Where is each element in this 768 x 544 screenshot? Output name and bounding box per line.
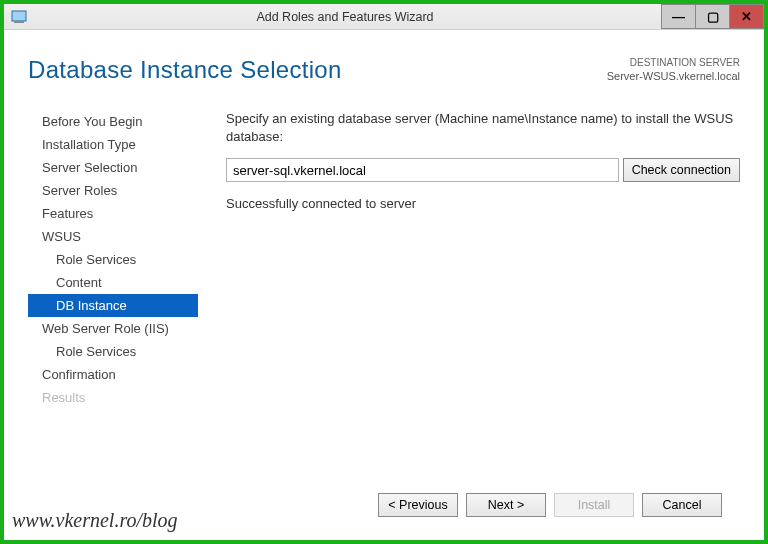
nav-wsus-db-instance[interactable]: DB Instance bbox=[28, 294, 198, 317]
close-button[interactable]: ✕ bbox=[729, 4, 764, 29]
nav-wsus[interactable]: WSUS bbox=[28, 225, 198, 248]
next-button[interactable]: Next > bbox=[466, 493, 546, 517]
content-area: Database Instance Selection DESTINATION … bbox=[4, 30, 764, 540]
window-controls: — ▢ ✕ bbox=[662, 4, 764, 29]
nav-iis-role-services[interactable]: Role Services bbox=[28, 340, 198, 363]
destination-value: Server-WSUS.vkernel.local bbox=[607, 69, 740, 83]
nav-web-server-role[interactable]: Web Server Role (IIS) bbox=[28, 317, 198, 340]
nav-installation-type[interactable]: Installation Type bbox=[28, 133, 198, 156]
watermark-text: www.vkernel.ro/blog bbox=[12, 509, 178, 532]
body-row: Before You Begin Installation Type Serve… bbox=[28, 110, 740, 480]
nav-wsus-content[interactable]: Content bbox=[28, 271, 198, 294]
minimize-button[interactable]: — bbox=[661, 4, 696, 29]
svg-rect-0 bbox=[12, 11, 26, 21]
nav-confirmation[interactable]: Confirmation bbox=[28, 363, 198, 386]
check-connection-button[interactable]: Check connection bbox=[623, 158, 740, 182]
nav-server-selection[interactable]: Server Selection bbox=[28, 156, 198, 179]
page-title: Database Instance Selection bbox=[28, 56, 342, 84]
install-button: Install bbox=[554, 493, 634, 517]
app-icon bbox=[10, 8, 28, 26]
cancel-button[interactable]: Cancel bbox=[642, 493, 722, 517]
window-title: Add Roles and Features Wizard bbox=[28, 10, 662, 24]
connection-status: Successfully connected to server bbox=[226, 196, 740, 211]
destination-server: DESTINATION SERVER Server-WSUS.vkernel.l… bbox=[607, 56, 740, 83]
db-server-input[interactable] bbox=[226, 158, 619, 182]
nav-server-roles[interactable]: Server Roles bbox=[28, 179, 198, 202]
svg-rect-1 bbox=[14, 21, 24, 23]
db-input-row: Check connection bbox=[226, 158, 740, 182]
nav-results: Results bbox=[28, 386, 198, 409]
nav-before-you-begin[interactable]: Before You Begin bbox=[28, 110, 198, 133]
header-row: Database Instance Selection DESTINATION … bbox=[28, 56, 740, 84]
maximize-button[interactable]: ▢ bbox=[695, 4, 730, 29]
destination-label: DESTINATION SERVER bbox=[607, 56, 740, 69]
instruction-text: Specify an existing database server (Mac… bbox=[226, 110, 740, 146]
wizard-window: Add Roles and Features Wizard — ▢ ✕ Data… bbox=[0, 0, 768, 544]
nav-features[interactable]: Features bbox=[28, 202, 198, 225]
previous-button[interactable]: < Previous bbox=[378, 493, 458, 517]
main-panel: Specify an existing database server (Mac… bbox=[198, 110, 740, 480]
sidebar-nav: Before You Begin Installation Type Serve… bbox=[28, 110, 198, 480]
titlebar: Add Roles and Features Wizard — ▢ ✕ bbox=[4, 4, 764, 30]
nav-wsus-role-services[interactable]: Role Services bbox=[28, 248, 198, 271]
